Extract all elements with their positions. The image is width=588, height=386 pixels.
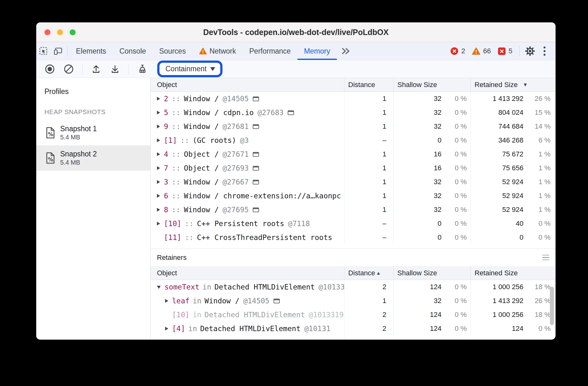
expand-icon[interactable]: [157, 111, 160, 114]
table-row[interactable]: 6::Window / chrome-extension://a…kaonpc1…: [151, 189, 556, 203]
column-header-distance[interactable]: Distance ▲: [344, 266, 393, 280]
shallow-percent: 0 %: [441, 164, 470, 172]
perspective-select[interactable]: Containment: [157, 61, 222, 77]
retained-percent: 0 %: [523, 219, 556, 228]
table-row[interactable]: [1]inDetached HTMLDivElement@1013: [151, 336, 556, 339]
sidebar-item-snapshot-1[interactable]: % Snapshot 1 5.4 MB: [36, 120, 150, 145]
record-heap-snapshot-button[interactable]: [44, 64, 55, 74]
retainers-menu-icon[interactable]: [542, 255, 549, 260]
table-row[interactable]: [10]inDetached HTMLDivElement@1013319212…: [151, 308, 556, 322]
settings-button[interactable]: [523, 46, 537, 56]
sidebar-item-snapshot-2[interactable]: % Snapshot 2 5.4 MB: [36, 145, 150, 171]
more-tabs-button[interactable]: [337, 42, 355, 60]
expand-icon[interactable]: [157, 180, 160, 184]
window-icon[interactable]: [253, 208, 259, 212]
expand-icon[interactable]: [157, 152, 160, 156]
object-cell: 3::Window /@27667: [151, 175, 344, 189]
collect-garbage-button[interactable]: [137, 64, 148, 74]
warning-badge[interactable]: 66: [472, 47, 491, 55]
window-icon[interactable]: [253, 180, 259, 184]
retainers-table-header: Object Distance ▲ Shallow Size Retained …: [151, 266, 556, 280]
table-row[interactable]: 5::Window / cdpn.io@276831320 %804 02415…: [151, 106, 556, 120]
save-profile-button[interactable]: [110, 64, 120, 74]
expand-icon[interactable]: [157, 222, 160, 225]
expand-icon[interactable]: [157, 138, 160, 142]
collapse-icon[interactable]: [157, 286, 161, 289]
table-row[interactable]: [10]::C++ Persistent roots@7118–00 %400 …: [151, 217, 556, 231]
window-icon[interactable]: [253, 166, 259, 171]
window-icon[interactable]: [274, 299, 280, 303]
clear-profiles-button[interactable]: [63, 64, 74, 74]
expand-icon[interactable]: [157, 166, 160, 170]
window-icon[interactable]: [253, 124, 259, 129]
object-target: Window /: [184, 122, 219, 131]
tab-memory[interactable]: Memory: [297, 42, 337, 60]
retained-size-cell: [470, 336, 556, 339]
window-icon[interactable]: [253, 96, 259, 101]
double-chevron-icon: [341, 47, 350, 55]
minimize-window-button[interactable]: [57, 29, 63, 35]
load-profile-button[interactable]: [91, 64, 101, 74]
object-cell: [4]inDetached HTMLDivElement@10131: [151, 322, 344, 336]
table-row[interactable]: someTextinDetached HTMLDivElement@101332…: [151, 280, 556, 294]
object-name: leaf: [172, 297, 189, 305]
scrollbar-thumb[interactable]: [550, 287, 554, 325]
more-options-button[interactable]: [537, 46, 552, 56]
table-row[interactable]: 3::Window /@276671320 %52 9241 %: [151, 175, 556, 189]
retained-percent: 1 %: [523, 164, 556, 172]
object-name: 8: [164, 206, 168, 214]
table-row[interactable]: 9::Window /@276811320 %744 68414 %: [151, 120, 556, 133]
zoom-window-button[interactable]: [70, 29, 76, 35]
expand-icon[interactable]: [165, 327, 168, 330]
table-row[interactable]: 2::Window /@145051320 %1 413 29226 %: [151, 92, 556, 106]
retained-bytes: 346 268: [471, 136, 523, 144]
expand-icon[interactable]: [157, 208, 160, 212]
expand-icon[interactable]: [157, 194, 160, 198]
column-label: Retained Size: [475, 269, 518, 277]
tab-performance[interactable]: Performance: [243, 42, 297, 60]
column-header-retained-size[interactable]: Retained Size: [470, 266, 556, 280]
tab-console[interactable]: Console: [113, 42, 153, 60]
table-row[interactable]: [11]::C++ CrossThreadPersistent roots–00…: [151, 231, 556, 244]
table-row[interactable]: leafinWindow /@145051320 %1 413 29226 %: [151, 294, 556, 308]
retained-size-cell: 1240 %: [470, 322, 556, 336]
column-header-object[interactable]: Object: [151, 266, 344, 280]
retained-size-cell: 1 000 25618 %: [470, 308, 556, 322]
column-header-object[interactable]: Object: [151, 78, 344, 91]
column-header-retained-size[interactable]: Retained Size ▼: [470, 78, 556, 91]
issues-badge[interactable]: 5: [498, 47, 512, 55]
table-row[interactable]: 4::Object /@276711160 %75 6721 %: [151, 147, 556, 161]
inspect-element-button[interactable]: [36, 42, 51, 60]
devtools-tabbar: Elements Console Sources Network Perform…: [36, 42, 556, 60]
object-cell: leafinWindow /@14505: [151, 294, 344, 308]
object-target: Window /: [205, 297, 239, 305]
expand-icon[interactable]: [157, 125, 160, 128]
column-label: Distance: [348, 81, 375, 89]
shallow-bytes: 0: [394, 233, 441, 242]
titlebar[interactable]: DevTools - codepen.io/web-dot-dev/live/P…: [36, 22, 556, 42]
shallow-size-cell: 320 %: [393, 120, 470, 133]
close-window-button[interactable]: [44, 29, 50, 35]
table-row[interactable]: [4]inDetached HTMLDivElement@1013121240 …: [151, 322, 556, 336]
shallow-percent: 0 %: [441, 192, 470, 200]
table-row[interactable]: [1]::(GC roots)@3–00 %346 2686 %: [151, 133, 556, 147]
object-id: @14505: [243, 297, 269, 305]
device-toolbar-button[interactable]: [51, 42, 65, 60]
separator: ::: [185, 219, 193, 228]
object-name: 9: [164, 122, 168, 131]
tab-label: Elements: [76, 47, 106, 56]
column-header-shallow-size[interactable]: Shallow Size: [393, 266, 470, 280]
tab-sources[interactable]: Sources: [153, 42, 192, 60]
window-icon[interactable]: [288, 110, 294, 115]
shallow-bytes: 32: [394, 297, 441, 305]
tab-elements[interactable]: Elements: [69, 42, 113, 60]
table-row[interactable]: 8::Window /@276951320 %52 9241 %: [151, 203, 556, 217]
expand-icon[interactable]: [165, 299, 168, 303]
error-badge[interactable]: 2: [450, 47, 465, 55]
window-icon[interactable]: [253, 152, 259, 157]
column-header-shallow-size[interactable]: Shallow Size: [393, 78, 470, 91]
table-row[interactable]: 7::Object /@276931160 %75 6561 %: [151, 161, 556, 175]
column-header-distance[interactable]: Distance: [344, 78, 393, 91]
expand-icon[interactable]: [157, 97, 160, 101]
tab-network[interactable]: Network: [193, 42, 243, 60]
